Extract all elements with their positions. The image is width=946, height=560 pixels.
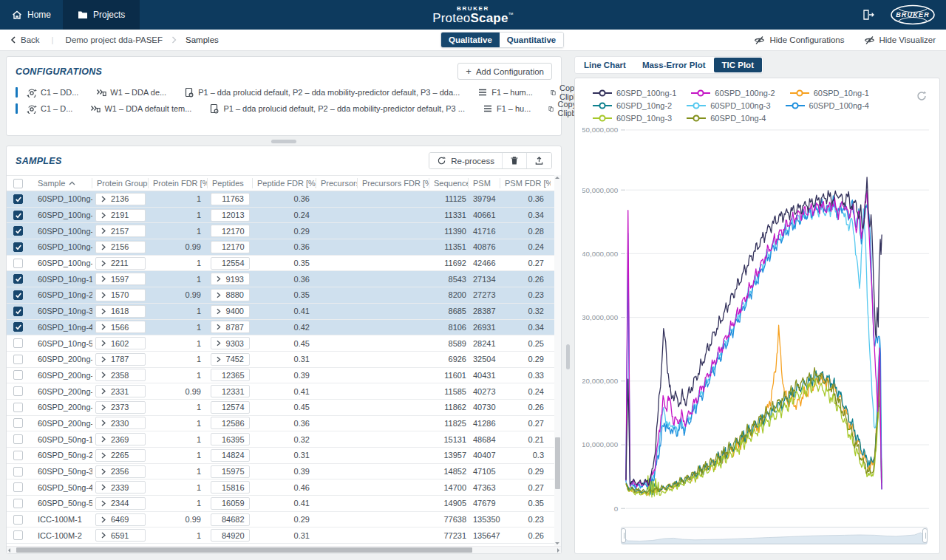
tab-line-chart[interactable]: Line Chart: [576, 58, 634, 72]
zoom-handle-left[interactable]: [621, 528, 626, 543]
nav-tab-home[interactable]: Home: [0, 0, 63, 30]
peptides-expand[interactable]: 9193: [211, 273, 250, 285]
scroll-down-arrow[interactable]: [555, 542, 559, 544]
scroll-left-arrow[interactable]: [8, 548, 10, 553]
table-row-60SPD_10ng-4[interactable]: 60SPD_10ng-41566187870.428106269310.34: [7, 320, 561, 336]
column-header-sequences[interactable]: Sequences: [429, 178, 469, 188]
protein-groups-expand[interactable]: 2373: [95, 401, 146, 414]
vertical-scrollbar-thumb[interactable]: [555, 437, 560, 489]
config-item-workflow[interactable]: W1 – DDA de...: [96, 87, 166, 98]
zoom-handle-right[interactable]: [922, 528, 928, 543]
peptides-expand[interactable]: 7452: [211, 353, 250, 366]
protein-groups-expand[interactable]: 1618: [95, 305, 146, 318]
panel-resize-handle-horizontal[interactable]: [271, 140, 296, 143]
peptides-expand[interactable]: 16395: [211, 433, 250, 445]
table-row-60SPD_100ng-2[interactable]: 60SPD_100ng-221911120130.2411331406610.3…: [7, 208, 561, 224]
table-row-60SPD_100ng-3[interactable]: 60SPD_100ng-321571121700.2911390417160.2…: [7, 223, 561, 239]
export-samples-button[interactable]: [526, 153, 551, 168]
peptides-expand[interactable]: 12574: [211, 401, 250, 414]
protein-groups-expand[interactable]: 1602: [95, 337, 146, 349]
protein-groups-expand[interactable]: 6469: [95, 513, 146, 526]
table-row-60SPD_200ng-4[interactable]: 60SPD_200ng-423731125740.4511862407300.2…: [7, 400, 561, 416]
table-row-60SPD_50ng-3[interactable]: 60SPD_50ng-323561159750.3914852471050.29: [7, 464, 561, 480]
table-row-60SPD_10ng-2[interactable]: 60SPD_10ng-215700.9988800.358200272730.2…: [7, 287, 561, 304]
table-row-60SPD_50ng-1[interactable]: 60SPD_50ng-123691163950.3215131486840.21: [7, 431, 561, 448]
table-row-60SPD_10ng-1[interactable]: 60SPD_10ng-11597191930.368543271340.26: [7, 271, 561, 287]
peptides-expand[interactable]: 12013: [211, 209, 250, 222]
back-button[interactable]: Back: [10, 35, 40, 44]
row-checkbox[interactable]: [13, 307, 23, 316]
row-checkbox[interactable]: [13, 530, 23, 540]
quantitative-tab[interactable]: Quantitative: [500, 33, 563, 47]
legend-item-60SPD_10ng-4[interactable]: 60SPD_10ng-4: [687, 114, 766, 123]
table-row-60SPD_100ng-5[interactable]: 60SPD_100ng-522111125540.3511692424660.2…: [7, 256, 561, 272]
row-checkbox[interactable]: [13, 418, 23, 428]
peptides-expand[interactable]: 12170: [211, 241, 250, 253]
row-checkbox[interactable]: [13, 499, 23, 508]
chart-zoom-minimap[interactable]: [621, 527, 928, 544]
row-checkbox[interactable]: [13, 515, 23, 525]
row-checkbox[interactable]: [13, 274, 23, 284]
tab-mass-error-plot[interactable]: Mass-Error Plot: [634, 58, 714, 72]
scroll-up-arrow[interactable]: [555, 177, 559, 179]
peptides-expand[interactable]: 8787: [211, 321, 250, 333]
config-item-processing[interactable]: P1 – dda prolucid default, P2 – dda mobi…: [184, 87, 460, 98]
breadcrumb-project[interactable]: Demo project dda-PASEF: [66, 35, 163, 44]
column-header-precursors[interactable]: Precursors: [316, 178, 358, 188]
column-header-peptide-fdr[interactable]: Peptide FDR [%]: [253, 178, 316, 188]
column-header-psm[interactable]: PSM: [469, 178, 500, 188]
row-checkbox[interactable]: [13, 370, 23, 380]
protein-groups-expand[interactable]: 2369: [95, 433, 146, 445]
legend-item-60SPD_10ng-3[interactable]: 60SPD_10ng-3: [593, 114, 672, 123]
table-row-60SPD_100ng-4[interactable]: 60SPD_100ng-421560.99121700.361135140876…: [7, 239, 561, 256]
config-item-fasta[interactable]: F1 – hu...: [483, 103, 531, 114]
horizontal-scrollbar[interactable]: [7, 546, 561, 553]
column-header-peptides[interactable]: Peptides: [208, 178, 253, 188]
row-checkbox[interactable]: [13, 259, 23, 268]
horizontal-scrollbar-thumb[interactable]: [16, 547, 472, 553]
table-row-60SPD_200ng-2[interactable]: 60SPD_200ng-223581123650.3911601404310.3…: [7, 368, 561, 384]
chart-refresh-icon[interactable]: [916, 90, 928, 102]
column-header-protein-fdr[interactable]: Protein FDR [%]: [149, 178, 208, 188]
protein-groups-expand[interactable]: 6591: [95, 529, 146, 542]
protein-groups-expand[interactable]: 1570: [95, 289, 146, 301]
protein-groups-expand[interactable]: 2211: [95, 257, 146, 270]
protein-groups-expand[interactable]: 2156: [95, 241, 146, 253]
row-checkbox[interactable]: [13, 322, 23, 332]
row-checkbox[interactable]: [13, 386, 23, 396]
table-row-60SPD_50ng-2[interactable]: 60SPD_50ng-222651148240.3113957404070.3: [7, 448, 561, 464]
row-checkbox[interactable]: [13, 482, 23, 492]
peptides-expand[interactable]: 15816: [211, 481, 250, 494]
config-item-fasta[interactable]: F1 – hum...: [477, 87, 533, 98]
config-item-workflow[interactable]: W1 – DDA default tem...: [90, 103, 191, 114]
row-checkbox[interactable]: [13, 242, 23, 252]
vertical-scrollbar[interactable]: [554, 175, 561, 546]
nav-tab-projects[interactable]: Projects: [63, 0, 140, 30]
table-row-60SPD_100ng-1[interactable]: 60SPD_100ng-121361117630.3611125397940.3…: [7, 191, 561, 208]
config-item-cmd[interactable]: C1 – DD...: [27, 87, 78, 98]
legend-item-60SPD_100ng-3[interactable]: 60SPD_100ng-3: [687, 101, 770, 110]
logout-icon[interactable]: [862, 9, 875, 21]
table-row-60SPD_50ng-4[interactable]: 60SPD_50ng-423391158160.4614700473630.27: [7, 479, 561, 496]
legend-item-60SPD_100ng-4[interactable]: 60SPD_100ng-4: [786, 101, 869, 110]
config-item-cmd[interactable]: C1 – D...: [27, 103, 72, 114]
config-item-processing[interactable]: P1 – dda prolucid default, P2 – dda mobi…: [209, 103, 465, 114]
protein-groups-expand[interactable]: 2136: [95, 193, 146, 205]
tab-tic-plot[interactable]: TIC Plot: [714, 58, 762, 72]
qualitative-tab[interactable]: Qualitative: [441, 33, 500, 47]
row-checkbox[interactable]: [13, 226, 23, 236]
add-configuration-button[interactable]: + Add Configuration: [457, 63, 552, 80]
column-header-psm-fdr[interactable]: PSM FDR [%]: [500, 178, 551, 188]
column-header-precursors-fdr[interactable]: Precursors FDR [%]: [358, 178, 429, 188]
protein-groups-expand[interactable]: 1787: [95, 353, 146, 366]
row-checkbox[interactable]: [13, 338, 23, 348]
protein-groups-expand[interactable]: 2358: [95, 369, 146, 381]
row-checkbox[interactable]: [13, 467, 23, 477]
row-checkbox[interactable]: [13, 194, 23, 204]
peptides-expand[interactable]: 12170: [211, 225, 250, 237]
protein-groups-expand[interactable]: 1566: [95, 321, 146, 333]
peptides-expand[interactable]: 9303: [211, 337, 250, 349]
protein-groups-expand[interactable]: 1597: [95, 273, 146, 285]
delete-samples-button[interactable]: [502, 153, 526, 168]
table-row-ICC-100M-1[interactable]: ICC-100M-164690.99846820.29776381353500.…: [7, 512, 561, 528]
